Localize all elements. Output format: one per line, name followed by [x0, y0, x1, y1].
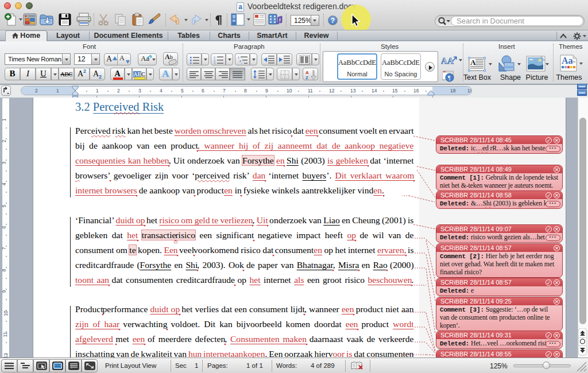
svg-text:3: 3 — [214, 62, 215, 64]
svg-text:A: A — [305, 70, 309, 75]
svg-text:i: i — [241, 62, 242, 64]
svg-text:Z: Z — [305, 75, 308, 80]
svg-text:¶: ¶ — [448, 75, 451, 81]
svg-text:A: A — [441, 56, 447, 65]
svg-text:Aa: Aa — [562, 56, 573, 65]
svg-text:A: A — [470, 58, 476, 67]
